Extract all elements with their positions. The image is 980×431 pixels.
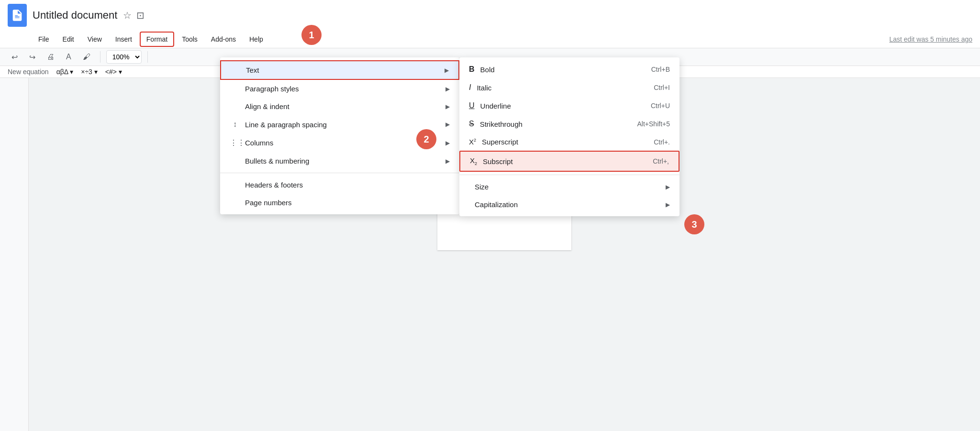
- text-italic[interactable]: I Italic Ctrl+I: [459, 78, 679, 97]
- strikethrough-shortcut: Alt+Shift+5: [637, 120, 670, 128]
- text-capitalization[interactable]: Capitalization ▶: [459, 196, 679, 213]
- italic-label: Italic: [477, 84, 491, 92]
- line-spacing-arrow: ▶: [445, 121, 450, 128]
- undo-btn[interactable]: ↩: [8, 51, 22, 64]
- menu-file[interactable]: File: [33, 33, 55, 46]
- title-icons: ☆ ⊡: [123, 10, 145, 21]
- menu-format[interactable]: Format: [140, 32, 174, 47]
- underline-label: Underline: [480, 102, 511, 110]
- text-subscript[interactable]: X2 Subscript Ctrl+,: [459, 151, 679, 172]
- paragraph-styles-label: Paragraph styles: [245, 85, 299, 93]
- text-size[interactable]: Size ▶: [459, 178, 679, 196]
- app-icon: [8, 4, 27, 27]
- bold-shortcut: Ctrl+B: [651, 66, 670, 73]
- italic-icon: I: [469, 83, 471, 92]
- text-superscript[interactable]: X2 Superscript Ctrl+.: [459, 133, 679, 151]
- columns-label: Columns: [245, 139, 273, 147]
- badge-1: 1: [301, 25, 322, 45]
- text-bold[interactable]: B Bold Ctrl+B: [459, 60, 679, 78]
- format-menu-page-numbers[interactable]: Page numbers: [220, 194, 459, 211]
- text-submenu-separator: [459, 175, 679, 175]
- spellcheck-btn[interactable]: A: [62, 51, 75, 63]
- zoom-select[interactable]: 100% 75% 125% 150%: [106, 50, 142, 64]
- format-menu-paragraph-styles[interactable]: Paragraph styles ▶: [220, 80, 459, 98]
- capitalization-arrow: ▶: [666, 201, 670, 208]
- menu-view[interactable]: View: [82, 33, 108, 46]
- format-menu-align-indent[interactable]: Align & indent ▶: [220, 98, 459, 115]
- menu-addons[interactable]: Add-ons: [205, 33, 242, 46]
- format-menu-text[interactable]: Text ▶: [220, 60, 459, 80]
- columns-icon: ⋮⋮: [230, 138, 240, 147]
- page-numbers-label: Page numbers: [245, 199, 292, 207]
- italic-shortcut: Ctrl+I: [654, 84, 670, 91]
- new-equation-label[interactable]: New equation: [8, 68, 49, 76]
- document-title: Untitled document: [33, 9, 117, 22]
- eq-greek-btn[interactable]: αβΔ ▾: [56, 68, 74, 76]
- toolbar-divider-2: [147, 51, 148, 63]
- ruler: [0, 78, 29, 431]
- align-indent-label: Align & indent: [245, 102, 290, 111]
- toolbar-divider: [100, 51, 100, 63]
- size-arrow: ▶: [666, 184, 670, 190]
- size-label: Size: [475, 183, 489, 191]
- bullets-arrow: ▶: [445, 158, 450, 165]
- text-arrow: ▶: [445, 67, 449, 74]
- underline-icon: U: [469, 101, 475, 110]
- text-submenu: B Bold Ctrl+B I Italic Ctrl+I U Underlin…: [459, 57, 679, 216]
- format-menu-separator: [220, 173, 459, 173]
- text-strikethrough[interactable]: S Strikethrough Alt+Shift+5: [459, 115, 679, 133]
- strikethrough-label: Strikethrough: [480, 120, 523, 128]
- line-spacing-icon: ↕: [230, 120, 240, 129]
- badge-3: 3: [684, 214, 704, 234]
- strikethrough-icon: S: [469, 120, 474, 128]
- menu-insert[interactable]: Insert: [110, 33, 138, 46]
- add-to-drive-icon[interactable]: ⊡: [136, 10, 145, 21]
- paint-format-btn[interactable]: 🖌: [79, 51, 94, 63]
- superscript-shortcut: Ctrl+.: [654, 138, 670, 146]
- badge-2: 2: [416, 129, 436, 149]
- capitalization-label: Capitalization: [475, 200, 518, 209]
- line-spacing-label: Line & paragraph spacing: [245, 121, 327, 129]
- subscript-shortcut: Ctrl+,: [653, 157, 669, 165]
- eq-ops-btn[interactable]: ×÷3 ▾: [81, 68, 98, 76]
- last-edit-text: Last edit was 5 minutes ago: [889, 35, 972, 43]
- eq-misc-btn[interactable]: <#> ▾: [105, 68, 122, 76]
- format-text-label: Text: [246, 66, 259, 74]
- superscript-icon: X2: [469, 138, 476, 146]
- paragraph-styles-arrow: ▶: [445, 86, 450, 92]
- format-menu-headers-footers[interactable]: Headers & footers: [220, 176, 459, 194]
- underline-shortcut: Ctrl+U: [651, 102, 670, 110]
- redo-btn[interactable]: ↪: [25, 51, 39, 64]
- bold-label: Bold: [480, 66, 495, 74]
- menu-bar: File Edit View Insert Format Tools Add-o…: [0, 31, 980, 48]
- headers-footers-label: Headers & footers: [245, 181, 303, 189]
- superscript-label: Superscript: [482, 138, 518, 146]
- format-menu-bullets[interactable]: Bullets & numbering ▶: [220, 152, 459, 170]
- menu-tools[interactable]: Tools: [176, 33, 203, 46]
- text-underline[interactable]: U Underline Ctrl+U: [459, 97, 679, 115]
- align-indent-arrow: ▶: [445, 103, 450, 110]
- star-icon[interactable]: ☆: [123, 10, 132, 21]
- columns-arrow: ▶: [445, 140, 450, 146]
- print-btn[interactable]: 🖨: [43, 51, 58, 63]
- subscript-label: Subscript: [483, 157, 513, 166]
- subscript-icon: X2: [470, 156, 477, 166]
- bold-icon: B: [469, 65, 475, 74]
- bullets-label: Bullets & numbering: [245, 157, 309, 165]
- title-bar: Untitled document ☆ ⊡: [0, 0, 980, 31]
- menu-help[interactable]: Help: [244, 33, 269, 46]
- menu-edit[interactable]: Edit: [57, 33, 80, 46]
